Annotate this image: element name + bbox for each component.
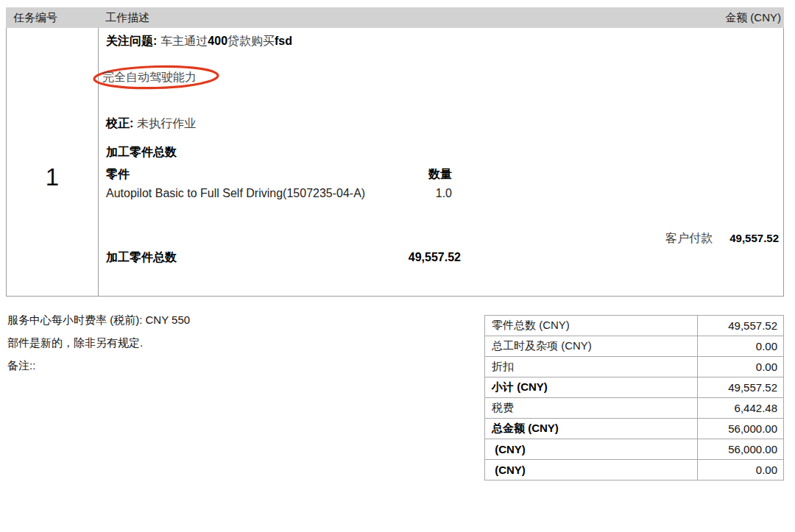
summary-value: 6,442.48 (698, 398, 784, 419)
summary-label: 小计 (CNY) (485, 377, 698, 398)
parts-policy-note: 部件是新的，除非另有规定. (7, 331, 190, 354)
header-work-description: 工作描述 (98, 11, 707, 25)
parts-columns-header: 零件 数量 (106, 167, 452, 182)
summary-value: 56,000.00 (698, 439, 784, 460)
concern-line: 关注问题:车主通过400贷款购买fsd (106, 34, 292, 49)
summary-row-parts-total: 零件总数 (CNY) 49,557.52 (485, 316, 784, 336)
part-qty: 1.0 (436, 186, 452, 201)
remarks-note: 备注:: (7, 354, 190, 377)
work-description-cell: 关注问题:车主通过400贷款购买fsd 完全自动驾驶能力 校正:未执行作业 加工… (99, 28, 718, 296)
part-row: Autopilot Basic to Full Self Driving(150… (106, 186, 452, 201)
summary-value: 0.00 (698, 460, 784, 480)
amount-cell: 49,557.52 (718, 28, 783, 296)
parts-col-header: 零件 (106, 167, 130, 182)
summary-label: 总金额 (CNY) (485, 419, 698, 439)
work-items-table: 任务编号 工作描述 金额 (CNY) 1 关注问题:车主通过400贷款购买fsd… (6, 7, 784, 297)
summary-row-cny-paid: (CNY) 56,000.00 (485, 439, 784, 460)
header-amount-cny: 金额 (CNY) (707, 11, 784, 25)
task-number-cell: 1 (7, 28, 99, 296)
customer-payment-label: 客户付款 (665, 231, 713, 246)
summary-value: 56,000.00 (698, 419, 784, 439)
summary-value: 49,557.52 (698, 377, 784, 398)
header-task-number: 任务编号 (6, 11, 98, 25)
parts-total-footer-label: 加工零件总数 (106, 250, 177, 265)
summary-label: 折扣 (485, 357, 698, 377)
work-items-header-row: 任务编号 工作描述 金额 (CNY) (6, 7, 784, 28)
summary-value: 49,557.52 (698, 316, 784, 336)
totals-summary-table: 零件总数 (CNY) 49,557.52 总工时及杂项 (CNY) 0.00 折… (484, 315, 784, 480)
summary-row-tax: 税费 6,442.48 (485, 398, 784, 419)
customer-payment-amount: 49,557.52 (729, 232, 779, 244)
task-number: 1 (7, 163, 98, 191)
summary-value: 0.00 (698, 336, 784, 357)
footer-notes: 服务中心每小时费率 (税前): CNY 550 部件是新的，除非另有规定. 备注… (7, 308, 190, 377)
summary-row-subtotal: 小计 (CNY) 49,557.52 (485, 377, 784, 398)
concern-text: 车主通过 (160, 35, 208, 47)
summary-row-labor-misc: 总工时及杂项 (CNY) 0.00 (485, 336, 784, 357)
work-item-row: 1 关注问题:车主通过400贷款购买fsd 完全自动驾驶能力 校正:未执行作业 … (6, 28, 784, 297)
service-invoice-page: 任务编号 工作描述 金额 (CNY) 1 关注问题:车主通过400贷款购买fsd… (0, 0, 795, 532)
parts-total-heading: 加工零件总数 (106, 145, 177, 160)
summary-label: 零件总数 (CNY) (485, 316, 698, 336)
summary-value: 0.00 (698, 357, 784, 377)
concern-label: 关注问题: (106, 35, 157, 47)
summary-row-cny-balance: (CNY) 0.00 (485, 460, 784, 480)
summary-label: (CNY) (485, 439, 698, 460)
hourly-rate-note: 服务中心每小时费率 (税前): CNY 550 (7, 308, 190, 331)
summary-row-discount: 折扣 0.00 (485, 357, 784, 377)
correction-value: 未执行作业 (137, 117, 196, 130)
circled-service-name: 完全自动驾驶能力 (102, 70, 197, 85)
part-name: Autopilot Basic to Full Self Driving(150… (106, 186, 365, 201)
parts-total-footer-value: 49,557.52 (409, 250, 461, 265)
summary-label: 税费 (485, 398, 698, 419)
qty-col-header: 数量 (428, 167, 452, 182)
summary-label: (CNY) (485, 460, 698, 480)
correction-label: 校正: (106, 117, 133, 130)
parts-total-footer-row: 加工零件总数 49,557.52 (106, 250, 461, 265)
correction-line: 校正:未执行作业 (106, 116, 196, 131)
summary-label: 总工时及杂项 (CNY) (485, 336, 698, 357)
summary-row-grand-total: 总金额 (CNY) 56,000.00 (485, 419, 784, 439)
